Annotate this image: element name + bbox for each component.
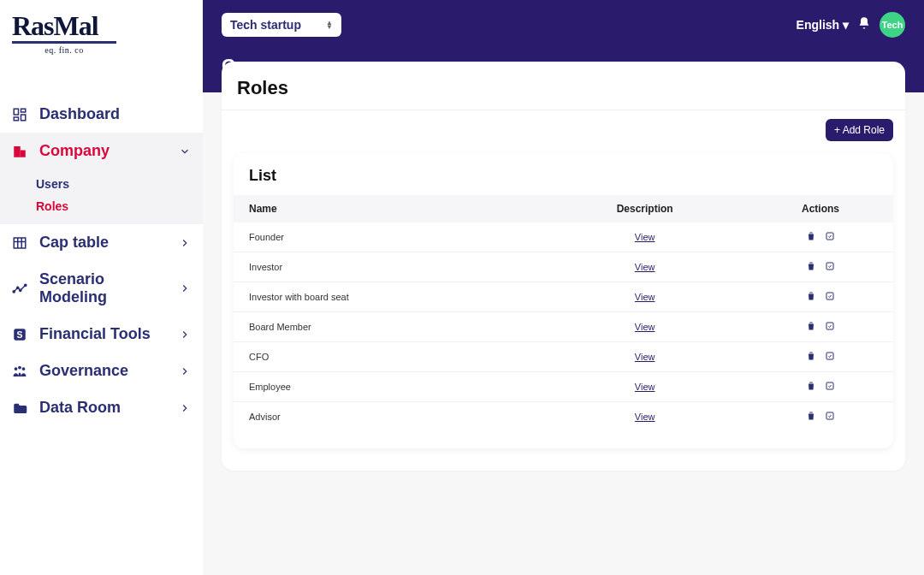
svg-point-17: [18, 365, 21, 369]
content: Roles + Add Role List Name Description A…: [203, 62, 924, 575]
add-role-button[interactable]: + Add Role: [826, 119, 893, 141]
delete-icon[interactable]: [806, 321, 816, 333]
delete-icon[interactable]: [806, 351, 816, 363]
roles-list-card: List Name Description Actions FounderVie…: [234, 153, 893, 448]
sidebar-item-label: Company: [39, 142, 110, 160]
brand-tagline: eq. fin. co: [12, 45, 116, 55]
sidebar-item-company[interactable]: Company: [0, 133, 203, 169]
delete-icon[interactable]: [806, 411, 816, 423]
sidebar-item-dashboard[interactable]: Dashboard: [0, 96, 203, 133]
brand-underline: [12, 41, 116, 44]
edit-icon[interactable]: [825, 411, 835, 423]
delete-icon[interactable]: [806, 291, 816, 303]
roles-heading: Roles: [237, 77, 890, 99]
sidebar-item-captable[interactable]: Cap table: [0, 224, 203, 261]
role-name-cell: Investor with board seat: [234, 282, 542, 312]
chevron-right-icon: [179, 365, 191, 377]
select-arrows-icon: ▲▼: [326, 21, 333, 29]
edit-icon[interactable]: [825, 321, 835, 333]
svg-rect-5: [21, 150, 26, 157]
svg-rect-21: [826, 293, 833, 299]
svg-rect-25: [826, 412, 833, 419]
delete-icon[interactable]: [806, 381, 816, 393]
sidebar-subitem-users[interactable]: Users: [36, 173, 203, 195]
table-row: FounderView: [234, 222, 893, 252]
role-name-cell: Board Member: [234, 312, 542, 342]
svg-rect-24: [826, 382, 833, 389]
dollar-icon: S: [12, 327, 27, 342]
svg-point-10: [13, 291, 15, 293]
svg-rect-3: [14, 117, 18, 121]
svg-point-18: [22, 367, 26, 370]
edit-icon[interactable]: [825, 291, 835, 303]
sidebar-item-label: Data Room: [39, 399, 121, 417]
dashboard-icon: [12, 107, 27, 122]
sidebar-item-label: Cap table: [39, 234, 109, 252]
sidebar-item-financial[interactable]: S Financial Tools: [0, 316, 203, 353]
logo: RasMal eq. fin. co: [0, 0, 203, 62]
main: Tech startup ▲▼ English ▾ Tech Company R…: [203, 0, 924, 575]
svg-point-16: [15, 367, 18, 370]
table-row: InvestorView: [234, 252, 893, 282]
sidebar-item-label: Governance: [39, 362, 128, 380]
table-row: CFOView: [234, 342, 893, 372]
table-icon: [12, 235, 27, 251]
svg-text:S: S: [16, 329, 22, 339]
brand-name: RasMal: [12, 12, 191, 39]
edit-icon[interactable]: [825, 261, 835, 273]
avatar[interactable]: Tech: [880, 12, 905, 38]
chevron-right-icon: [179, 237, 191, 249]
svg-rect-0: [14, 109, 18, 115]
view-link[interactable]: View: [635, 262, 655, 272]
sidebar-item-label: Scenario Modeling: [39, 270, 167, 306]
sidebar-item-dataroom[interactable]: Data Room: [0, 389, 203, 426]
sidebar-item-governance[interactable]: Governance: [0, 353, 203, 389]
role-name-cell: Investor: [234, 252, 542, 282]
role-name-cell: CFO: [234, 342, 542, 372]
language-selector[interactable]: English ▾: [797, 18, 849, 32]
chevron-right-icon: [179, 329, 191, 341]
list-title: List: [234, 167, 893, 195]
edit-icon[interactable]: [825, 351, 835, 363]
folder-icon: [12, 400, 27, 416]
primary-nav: Dashboard Company Users Roles Cap table: [0, 96, 203, 426]
edit-icon[interactable]: [825, 231, 835, 243]
building-icon: [12, 144, 27, 159]
company-submenu: Users Roles: [0, 169, 203, 224]
table-row: AdvisorView: [234, 402, 893, 432]
sidebar-item-label: Financial Tools: [39, 325, 151, 343]
sidebar-item-scenario[interactable]: Scenario Modeling: [0, 261, 203, 316]
col-description: Description: [542, 195, 748, 222]
chevron-down-icon: [179, 145, 191, 157]
edit-icon[interactable]: [825, 381, 835, 393]
view-link[interactable]: View: [635, 382, 655, 392]
table-row: Board MemberView: [234, 312, 893, 342]
roles-table: Name Description Actions FounderViewInve…: [234, 195, 893, 431]
role-name-cell: Advisor: [234, 402, 542, 432]
svg-point-12: [20, 289, 21, 291]
svg-rect-20: [826, 263, 833, 270]
chart-icon: [12, 281, 27, 296]
notifications-icon[interactable]: [857, 16, 871, 33]
role-name-cell: Founder: [234, 222, 542, 252]
view-link[interactable]: View: [635, 292, 655, 302]
role-name-cell: Employee: [234, 372, 542, 402]
delete-icon[interactable]: [806, 261, 816, 273]
view-link[interactable]: View: [635, 412, 655, 422]
svg-rect-1: [21, 109, 26, 112]
roles-card: Roles + Add Role List Name Description A…: [222, 62, 905, 471]
view-link[interactable]: View: [635, 232, 655, 242]
view-link[interactable]: View: [635, 322, 655, 332]
delete-icon[interactable]: [806, 231, 816, 243]
sidebar: RasMal eq. fin. co Dashboard Company Use…: [0, 0, 203, 575]
people-icon: [12, 364, 27, 379]
company-selected-label: Tech startup: [230, 18, 301, 32]
sidebar-subitem-roles[interactable]: Roles: [36, 195, 203, 217]
table-row: EmployeeView: [234, 372, 893, 402]
svg-rect-23: [826, 353, 833, 359]
view-link[interactable]: View: [635, 352, 655, 362]
chevron-right-icon: [179, 282, 191, 294]
company-selector[interactable]: Tech startup ▲▼: [222, 13, 341, 37]
language-label: English: [797, 18, 840, 32]
svg-point-13: [25, 284, 27, 286]
